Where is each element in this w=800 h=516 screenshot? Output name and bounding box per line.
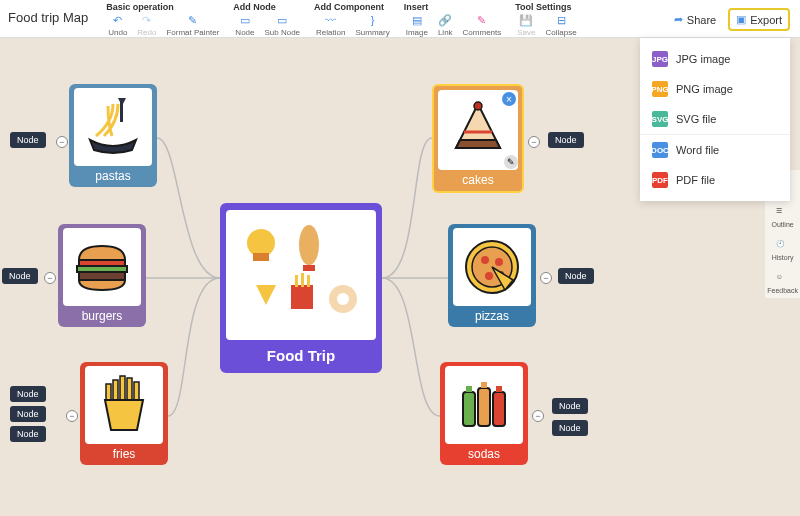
svg-point-24	[485, 272, 493, 280]
toolbar-item-label: Image	[406, 28, 428, 37]
toolbar-group-label: Insert	[402, 0, 506, 13]
export-button[interactable]: ▣ Export	[728, 8, 790, 31]
toolbar-item-label: Relation	[316, 28, 345, 37]
toolbar-item-label: Collapse	[546, 28, 577, 37]
child-node-badge[interactable]: Node	[548, 132, 584, 148]
pizzas-image	[453, 228, 531, 306]
node-label: sodas	[468, 447, 500, 461]
toolbar: Food trip Map Basic operation↶Undo↷Redo✎…	[0, 0, 800, 38]
collapse-toggle[interactable]: −	[66, 410, 78, 422]
gear-icon[interactable]: ✎	[504, 155, 518, 169]
node-label: pizzas	[475, 309, 509, 323]
image-icon: ▤	[410, 13, 424, 27]
node-fries[interactable]: fries	[80, 362, 168, 465]
summary-icon: }	[366, 13, 380, 27]
export-icon: ▣	[736, 13, 746, 26]
toolbar-item-label: Link	[438, 28, 453, 37]
pdf-icon: PDF	[652, 172, 668, 188]
close-icon[interactable]: ×	[502, 92, 516, 106]
collapse-button[interactable]: ⊟Collapse	[542, 13, 581, 37]
svg-point-2	[299, 225, 319, 265]
svg-rect-4	[291, 285, 313, 309]
png-icon: PNG	[652, 81, 668, 97]
share-button[interactable]: ➦ Share	[668, 10, 722, 29]
export-option-png[interactable]: PNGPNG image	[640, 74, 790, 104]
child-node-badge[interactable]: Node	[552, 420, 588, 436]
node-label: cakes	[462, 173, 493, 187]
child-node-badge[interactable]: Node	[10, 406, 46, 422]
redo-icon: ↷	[140, 13, 154, 27]
collapse-toggle[interactable]: −	[528, 136, 540, 148]
export-menu: JPGJPG imagePNGPNG imageSVGSVG fileDOCWo…	[640, 38, 790, 201]
toolbar-group: Insert▤Image🔗Link✎Comments	[402, 0, 506, 37]
food-trip-image	[226, 210, 376, 340]
toolbar-item-label: Node	[235, 28, 254, 37]
collapse-toggle[interactable]: −	[532, 410, 544, 422]
sub-node-button[interactable]: ▭Sub Node	[260, 13, 304, 37]
center-node-food-trip[interactable]: Food Trip	[220, 203, 382, 373]
svg-rect-28	[493, 392, 505, 426]
export-option-pdf[interactable]: PDFPDF file	[640, 165, 790, 195]
collapse-toggle[interactable]: −	[56, 136, 68, 148]
svg-icon: SVG	[652, 111, 668, 127]
redo-button[interactable]: ↷Redo	[133, 13, 160, 37]
node-label: fries	[113, 447, 136, 461]
node-button[interactable]: ▭Node	[231, 13, 258, 37]
collapse-toggle[interactable]: −	[540, 272, 552, 284]
undo-icon: ↶	[111, 13, 125, 27]
node-icon: ▭	[238, 13, 252, 27]
fries-image	[85, 366, 163, 444]
image-button[interactable]: ▤Image	[402, 13, 432, 37]
svg-rect-3	[303, 265, 315, 271]
save-button[interactable]: 💾Save	[513, 13, 539, 37]
sodas-image	[445, 366, 523, 444]
toolbar-group-label: Tool Settings	[513, 0, 580, 13]
node-label: pastas	[95, 169, 130, 183]
toolbar-item-label: Redo	[137, 28, 156, 37]
node-burgers[interactable]: burgers	[58, 224, 146, 327]
toolbar-group: Basic operation↶Undo↷Redo✎Format Painter	[104, 0, 223, 37]
child-node-badge[interactable]: Node	[552, 398, 588, 414]
svg-rect-16	[127, 378, 132, 402]
export-option-label: JPG image	[676, 53, 730, 65]
svg-rect-30	[481, 382, 487, 388]
child-node-badge[interactable]: Node	[558, 268, 594, 284]
toolbar-item-label: Save	[517, 28, 535, 37]
undo-button[interactable]: ↶Undo	[104, 13, 131, 37]
export-option-label: Word file	[676, 144, 719, 156]
svg-rect-1	[253, 253, 269, 261]
node-label: burgers	[82, 309, 123, 323]
svg-point-19	[474, 102, 482, 110]
summary-button[interactable]: }Summary	[351, 13, 393, 37]
child-node-badge[interactable]: Node	[10, 426, 46, 442]
export-option-doc[interactable]: DOCWord file	[640, 134, 790, 165]
node-sodas[interactable]: sodas	[440, 362, 528, 465]
export-option-svg[interactable]: SVGSVG file	[640, 104, 790, 134]
comments-button[interactable]: ✎Comments	[459, 13, 506, 37]
relation-button[interactable]: 〰Relation	[312, 13, 349, 37]
node-pizzas[interactable]: pizzas	[448, 224, 536, 327]
app-title: Food trip Map	[4, 0, 96, 25]
child-node-badge[interactable]: Node	[10, 132, 46, 148]
svg-point-9	[337, 293, 349, 305]
export-option-label: SVG file	[676, 113, 716, 125]
format-painter-button[interactable]: ✎Format Painter	[162, 13, 223, 37]
export-option-label: PNG image	[676, 83, 733, 95]
child-node-badge[interactable]: Node	[10, 386, 46, 402]
node-cakes[interactable]: × ✎ cakes	[432, 84, 524, 193]
svg-rect-29	[466, 386, 472, 392]
collapse-toggle[interactable]: −	[44, 272, 56, 284]
svg-rect-15	[120, 376, 125, 402]
toolbar-item-label: Format Painter	[166, 28, 219, 37]
jpg-icon: JPG	[652, 51, 668, 67]
svg-rect-5	[295, 275, 298, 287]
toolbar-group-label: Basic operation	[104, 0, 223, 13]
toolbar-item-label: Comments	[463, 28, 502, 37]
toolbar-item-label: Sub Node	[264, 28, 300, 37]
node-pastas[interactable]: pastas	[69, 84, 157, 187]
sub-node-icon: ▭	[275, 13, 289, 27]
child-node-badge[interactable]: Node	[2, 268, 38, 284]
export-option-jpg[interactable]: JPGJPG image	[640, 44, 790, 74]
svg-rect-26	[463, 392, 475, 426]
link-button[interactable]: 🔗Link	[434, 13, 457, 37]
